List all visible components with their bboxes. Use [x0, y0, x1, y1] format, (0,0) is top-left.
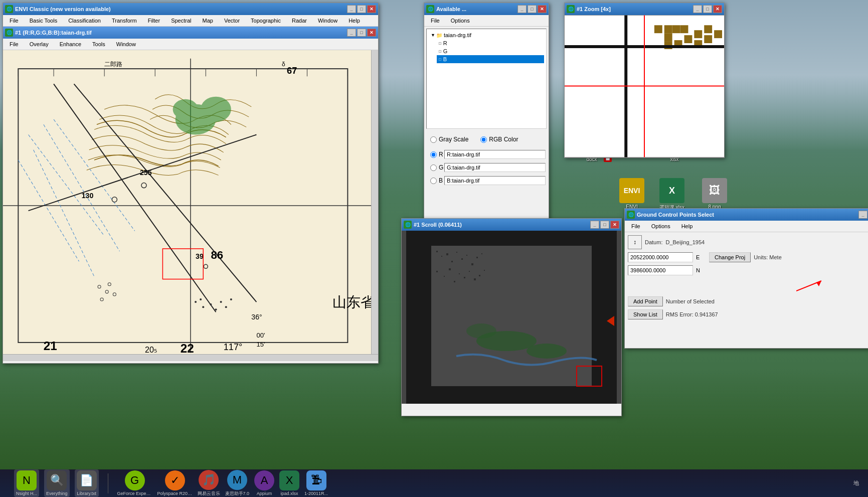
- svg-rect-93: [474, 278, 476, 280]
- menu-radar[interactable]: Radar: [287, 16, 311, 25]
- img-menu-enhance[interactable]: Enhance: [55, 40, 86, 49]
- image-titlebar[interactable]: 🌐 #1 (R:R,G:G,B:B):taian-drg.tif _ □ ✕: [3, 27, 378, 39]
- img-menu-overlay[interactable]: Overlay: [25, 40, 53, 49]
- menu-file[interactable]: File: [5, 16, 23, 25]
- gcp-menu-options[interactable]: Options: [647, 222, 675, 231]
- rgb-option[interactable]: RGB Color: [477, 134, 521, 145]
- avail-menu-file[interactable]: File: [426, 16, 444, 25]
- menu-filter[interactable]: Filter: [143, 16, 164, 25]
- scroll-maximize[interactable]: □: [600, 221, 609, 229]
- tree-item-g[interactable]: □ G: [437, 47, 544, 55]
- g-select-radio[interactable]: [430, 164, 437, 171]
- taskbar-app-nsight[interactable]: N Nsight H...: [14, 469, 39, 497]
- available-files-window: 🌐 Available ... _ □ ✕ File Options ▼ 📁 t…: [424, 3, 549, 228]
- menu-topographic[interactable]: Topographic: [246, 16, 285, 25]
- minimize-button[interactable]: _: [347, 5, 356, 13]
- g-channel-input[interactable]: [444, 163, 546, 172]
- svg-text:67: 67: [287, 66, 297, 76]
- menu-map[interactable]: Map: [198, 16, 218, 25]
- menu-window[interactable]: Window: [313, 16, 342, 25]
- menu-vector[interactable]: Vector: [220, 16, 244, 25]
- r-channel-input[interactable]: [444, 150, 546, 159]
- available-titlebar[interactable]: 🌐 Available ... _ □ ✕: [424, 3, 549, 15]
- desktop-icon-envi[interactable]: ENVI ENVI: [612, 178, 652, 210]
- taskbar-ipad-xlsx[interactable]: X ipad.xlsx: [279, 470, 299, 496]
- tree-item-tif[interactable]: ▼ 📁 taian-drg.tif: [429, 31, 544, 39]
- img-menu-window[interactable]: Window: [112, 40, 140, 49]
- taskbar-clock: 地: [853, 479, 864, 487]
- maisi-label: 麦思助手7.0: [225, 490, 250, 497]
- tree-item-r[interactable]: □ R: [437, 39, 544, 47]
- gcp-minimize[interactable]: _: [858, 211, 867, 219]
- zoom-content[interactable]: [565, 15, 724, 157]
- taskbar-geforce[interactable]: G GeForce Experience: [117, 470, 152, 496]
- menu-basic-tools[interactable]: Basic Tools: [25, 16, 62, 25]
- change-proj-button[interactable]: Change Proj: [709, 252, 751, 262]
- svg-point-37: [210, 303, 212, 305]
- svg-rect-85: [481, 253, 482, 254]
- grayscale-option[interactable]: Gray Scale: [427, 134, 471, 145]
- zoom-titlebar[interactable]: 🌐 #1 Zoom [4x] _ □ ✕: [565, 3, 724, 15]
- g-radio-label[interactable]: G: [427, 162, 442, 173]
- svg-point-97: [527, 344, 567, 359]
- image-controls: _ □ ✕: [347, 29, 376, 37]
- menu-classification[interactable]: Classification: [64, 16, 105, 25]
- coord-n-row: N: [628, 265, 866, 275]
- everything-label: Everything: [46, 491, 68, 496]
- gcp-menu-file[interactable]: File: [627, 222, 645, 231]
- zoom-close[interactable]: ✕: [713, 5, 722, 13]
- b-select-radio[interactable]: [430, 178, 437, 184]
- avail-menu-options[interactable]: Options: [446, 16, 474, 25]
- taskbar-appium[interactable]: A Appium: [254, 470, 274, 496]
- taskbar-zip[interactable]: 🗜 1-20011R...: [304, 470, 328, 496]
- taskbar-polyspace[interactable]: ✓ Polyspace R2019a: [157, 470, 193, 496]
- scroll-close[interactable]: ✕: [610, 221, 619, 229]
- taskbar-app-library[interactable]: 📄 Library.txt: [75, 469, 99, 497]
- image-minimize-button[interactable]: _: [347, 29, 356, 37]
- available-maximize[interactable]: □: [528, 5, 537, 13]
- scroll-titlebar[interactable]: 🌐 #1 Scroll (0.06411) _ □ ✕: [402, 219, 621, 231]
- scroll-content[interactable]: [402, 231, 621, 404]
- grayscale-radio[interactable]: [430, 136, 437, 143]
- menu-transform[interactable]: Transform: [107, 16, 141, 25]
- maximize-button[interactable]: □: [357, 5, 366, 13]
- show-list-button[interactable]: Show List: [628, 309, 663, 319]
- close-button[interactable]: ✕: [367, 5, 376, 13]
- sort-button[interactable]: ↕: [628, 235, 642, 249]
- rgb-radio[interactable]: [480, 136, 487, 143]
- svg-rect-82: [466, 255, 467, 256]
- available-close[interactable]: ✕: [538, 5, 547, 13]
- taskbar-music[interactable]: 🎵 网易云音乐: [198, 470, 220, 497]
- menu-help[interactable]: Help: [344, 16, 365, 25]
- taskbar-maisi[interactable]: M 麦思助手7.0: [225, 470, 250, 497]
- tree-b-label: B: [443, 56, 447, 62]
- map-area[interactable]: 255 130 86 39 21 20₅ 22 117° 00' 15' 二郎路…: [3, 50, 378, 361]
- coord-n-input[interactable]: [628, 265, 693, 275]
- available-minimize[interactable]: _: [517, 5, 527, 13]
- r-select-radio[interactable]: [430, 151, 437, 158]
- r-channel-row: R: [424, 148, 549, 161]
- scroll-minimize[interactable]: _: [590, 221, 599, 229]
- zoom-maximize[interactable]: □: [703, 5, 712, 13]
- menu-spectral[interactable]: Spectral: [166, 16, 196, 25]
- r-radio-label[interactable]: R: [427, 149, 442, 160]
- add-point-button[interactable]: Add Point: [628, 296, 663, 306]
- map-vscroll[interactable]: [371, 50, 378, 361]
- gcp-menu-help[interactable]: Help: [677, 222, 698, 231]
- map-hscroll[interactable]: [3, 354, 378, 361]
- b-radio-label[interactable]: B: [427, 175, 442, 186]
- img-menu-tools[interactable]: Tools: [88, 40, 110, 49]
- zoom-minimize[interactable]: _: [693, 5, 702, 13]
- desktop-icon-logic-xlsx[interactable]: X 逻辑课.xlsx: [652, 178, 692, 211]
- coord-e-input[interactable]: [628, 252, 693, 262]
- b-channel-input[interactable]: [444, 176, 546, 185]
- gcp-titlebar[interactable]: 🌐 Ground Control Points Select _: [625, 209, 868, 221]
- taskbar-app-everything[interactable]: 🔍 Everything: [44, 469, 70, 497]
- tree-item-b[interactable]: □ B: [437, 55, 544, 63]
- desktop-icon-8png[interactable]: 🖼 8.png: [695, 178, 735, 210]
- scroll-title-icon: 🌐: [404, 221, 412, 229]
- img-menu-file[interactable]: File: [5, 40, 23, 49]
- image-maximize-button[interactable]: □: [357, 29, 366, 37]
- envi-main-titlebar[interactable]: 🌐 ENVI Classic (new version available) _…: [3, 3, 378, 15]
- image-close-button[interactable]: ✕: [367, 29, 376, 37]
